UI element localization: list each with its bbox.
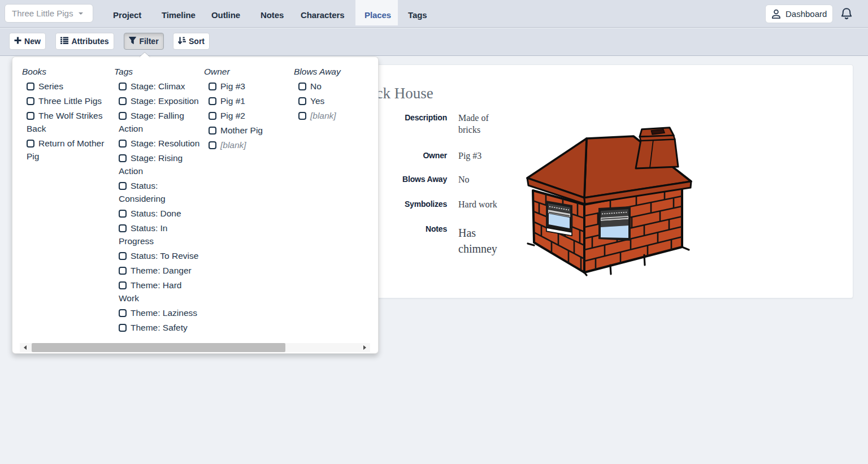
filter-option-list: SeriesThree Little PigsThe Wolf Strikes … <box>22 80 114 163</box>
checkbox-unchecked-icon[interactable] <box>119 281 127 289</box>
filter-option-label[interactable]: Stage: Rising Action <box>114 151 201 177</box>
checkbox-unchecked-icon[interactable] <box>27 97 34 105</box>
filter-option-label[interactable]: Pig #3 <box>204 80 290 93</box>
checkbox-unchecked-icon[interactable] <box>119 112 127 120</box>
places-toolbar: NewAttributesFilterSort <box>0 28 868 56</box>
filter-option-label[interactable]: Stage: Exposition <box>114 94 201 107</box>
checkbox-unchecked-icon[interactable] <box>119 97 127 105</box>
checkbox-unchecked-icon[interactable] <box>119 140 127 148</box>
filter-option: Return of Mother Pig <box>22 137 114 163</box>
checkbox-unchecked-icon[interactable] <box>298 97 306 105</box>
tab-notes[interactable]: Notes <box>261 0 284 25</box>
attributes-button-label: Attributes <box>71 37 108 46</box>
filter-option: Stage: Resolution <box>114 137 204 150</box>
checkbox-unchecked-icon[interactable] <box>119 252 127 260</box>
filter-button-label: Filter <box>139 37 158 46</box>
tab-characters[interactable]: Characters <box>301 0 344 25</box>
filter-option: Yes <box>294 94 379 107</box>
filter-option-label[interactable]: No <box>294 80 380 93</box>
filter-option-label[interactable]: Mother Pig <box>204 124 290 137</box>
attribute-value: Pig #3 <box>458 150 511 162</box>
checkbox-unchecked-icon[interactable] <box>27 112 34 120</box>
checkbox-unchecked-icon[interactable] <box>27 140 34 148</box>
tab-places[interactable]: Places <box>355 0 398 25</box>
checkbox-unchecked-icon[interactable] <box>119 210 127 218</box>
filter-option: [blank] <box>294 109 379 122</box>
scrollbar-thumb[interactable] <box>32 343 285 352</box>
sort-icon <box>178 37 186 46</box>
filter-option-label[interactable]: [blank] <box>294 109 380 122</box>
filter-option-list: NoYes[blank] <box>294 80 379 122</box>
checkbox-unchecked-icon[interactable] <box>119 182 127 190</box>
funnel-icon <box>129 37 136 46</box>
filter-option-label[interactable]: Status: Done <box>114 207 201 220</box>
sort-button[interactable]: Sort <box>173 33 210 50</box>
filter-option: Theme: Hard Work <box>114 279 204 305</box>
checkbox-unchecked-icon[interactable] <box>209 141 216 149</box>
filter-column-title: Books <box>22 66 114 77</box>
filter-option: Series <box>22 80 114 93</box>
filter-option-label[interactable]: Stage: Falling Action <box>114 109 201 135</box>
checkbox-unchecked-icon[interactable] <box>209 97 216 105</box>
checkbox-unchecked-icon[interactable] <box>119 324 127 332</box>
filter-option-label[interactable]: Theme: Danger <box>114 264 201 277</box>
filter-option-label[interactable]: Status: In Progress <box>114 222 201 248</box>
tab-tags[interactable]: Tags <box>408 0 427 25</box>
filter-option-label[interactable]: Stage: Resolution <box>114 137 201 150</box>
horizontal-scrollbar[interactable] <box>20 343 370 352</box>
filter-option-label[interactable]: Theme: Safety <box>114 321 201 334</box>
filter-option-label[interactable]: Return of Mother Pig <box>22 137 108 163</box>
filter-option-label[interactable]: Theme: Hard Work <box>114 279 201 305</box>
filter-option: Mother Pig <box>204 124 294 137</box>
filter-option-label[interactable]: Three Little Pigs <box>22 94 108 107</box>
filter-option-label[interactable]: Stage: Climax <box>114 80 201 93</box>
checkbox-unchecked-icon[interactable] <box>209 127 216 135</box>
filter-option-label[interactable]: Status: To Revise <box>114 249 201 262</box>
attribute-value: Made of bricks <box>458 112 511 136</box>
checkbox-unchecked-icon[interactable] <box>119 224 127 232</box>
filter-column-blows-away: Blows AwayNoYes[blank] <box>294 66 379 336</box>
tab-project[interactable]: Project <box>113 0 141 25</box>
new-button[interactable]: New <box>9 33 46 50</box>
place-details-card: Brick House DescriptionMade of bricksOwn… <box>342 64 853 298</box>
scroll-left-icon[interactable] <box>23 345 28 350</box>
filter-option: Stage: Climax <box>114 80 204 93</box>
attribute-value: No <box>458 174 511 185</box>
checkbox-unchecked-icon[interactable] <box>298 83 306 90</box>
tab-timeline[interactable]: Timeline <box>162 0 196 25</box>
filter-option-label[interactable]: Series <box>22 80 108 93</box>
plus-icon <box>14 37 21 46</box>
filter-option: Status: Considering <box>114 179 204 205</box>
filter-option-label[interactable]: Status: Considering <box>114 179 201 205</box>
filter-option-label[interactable]: [blank] <box>204 138 290 151</box>
filter-option-label[interactable]: Yes <box>294 94 380 107</box>
checkbox-unchecked-icon[interactable] <box>27 83 34 90</box>
sort-button-label: Sort <box>189 37 205 46</box>
bell-icon[interactable] <box>840 7 853 21</box>
filter-option: Stage: Rising Action <box>114 151 204 177</box>
filter-option-label[interactable]: Theme: Laziness <box>114 306 201 319</box>
filter-option-label[interactable]: Pig #1 <box>204 94 290 107</box>
filter-option-label[interactable]: The Wolf Strikes Back <box>22 109 108 135</box>
checkbox-unchecked-icon[interactable] <box>209 112 216 120</box>
list-icon <box>60 37 68 46</box>
checkbox-unchecked-icon[interactable] <box>119 83 127 90</box>
filter-column-books: BooksSeriesThree Little PigsThe Wolf Str… <box>22 66 114 336</box>
checkbox-unchecked-icon[interactable] <box>298 112 306 120</box>
filter-option: Status: In Progress <box>114 222 204 248</box>
checkbox-unchecked-icon[interactable] <box>209 83 216 90</box>
filter-option: Pig #3 <box>204 80 294 93</box>
checkbox-unchecked-icon[interactable] <box>119 154 127 162</box>
checkbox-unchecked-icon[interactable] <box>119 267 127 275</box>
scroll-right-icon[interactable] <box>362 345 367 350</box>
filter-option: Theme: Danger <box>114 264 204 277</box>
attributes-button[interactable]: Attributes <box>55 33 114 50</box>
dashboard-button[interactable]: Dashboard <box>765 5 833 23</box>
filter-column-owner: OwnerPig #3Pig #1Pig #2Mother Pig[blank] <box>204 66 294 336</box>
tab-outline[interactable]: Outline <box>211 0 240 25</box>
brick-house-illustration <box>526 124 693 277</box>
filter-button[interactable]: Filter <box>124 33 164 50</box>
filter-option: No <box>294 80 379 93</box>
checkbox-unchecked-icon[interactable] <box>119 309 127 317</box>
filter-option-label[interactable]: Pig #2 <box>204 109 290 122</box>
